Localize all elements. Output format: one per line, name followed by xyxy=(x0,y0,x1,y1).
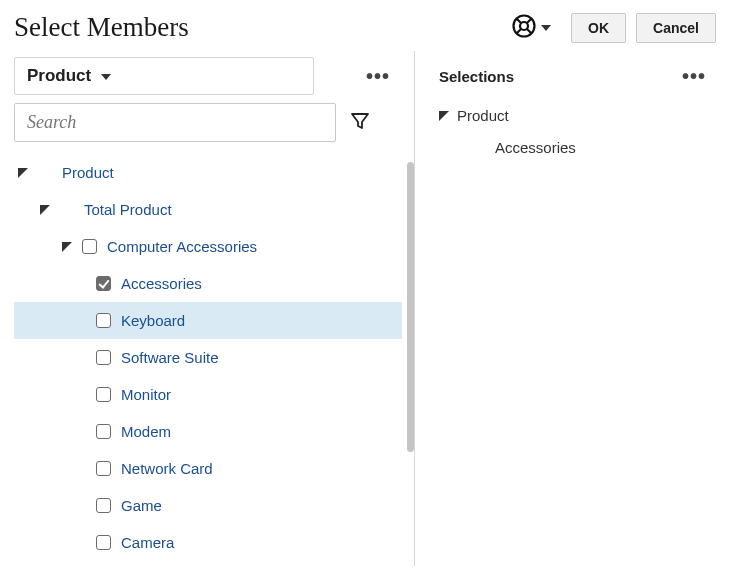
selection-root[interactable]: Product xyxy=(439,102,706,129)
tree-node-label: Modem xyxy=(121,423,171,440)
tree-node-label: Software Suite xyxy=(121,349,219,366)
tree-leaf[interactable]: Camera xyxy=(14,524,402,561)
checkbox[interactable] xyxy=(82,239,97,254)
expand-icon[interactable] xyxy=(40,205,50,215)
tree-node-label: Network Card xyxy=(121,460,213,477)
checkbox[interactable] xyxy=(96,313,111,328)
tree-node-product[interactable]: Product xyxy=(14,154,402,191)
svg-line-2 xyxy=(517,18,522,23)
help-menu[interactable] xyxy=(511,13,551,43)
page-title: Select Members xyxy=(14,12,499,43)
search-input[interactable] xyxy=(14,103,336,142)
tree-leaf[interactable]: Network Card xyxy=(14,450,402,487)
svg-line-3 xyxy=(527,18,532,23)
tree-node-label: Computer Accessories xyxy=(107,238,257,255)
checkbox[interactable] xyxy=(96,424,111,439)
chevron-down-icon xyxy=(101,74,111,80)
tree-node-label: Keyboard xyxy=(121,312,185,329)
member-tree: Product Total Product Computer Accessori… xyxy=(14,154,414,566)
left-more-icon[interactable]: ••• xyxy=(366,65,390,88)
tree-leaf[interactable]: Modem xyxy=(14,413,402,450)
tree-node-label: Product xyxy=(62,164,114,181)
filter-icon[interactable] xyxy=(350,111,370,135)
tree-node-total-product[interactable]: Total Product xyxy=(14,191,402,228)
help-icon xyxy=(511,13,537,43)
right-more-icon[interactable]: ••• xyxy=(682,65,706,88)
checkbox[interactable] xyxy=(96,276,111,291)
selection-item[interactable]: Accessories xyxy=(439,129,706,156)
selections-panel: Selections ••• Product Accessories xyxy=(415,51,734,566)
members-panel: Product ••• Product xyxy=(14,51,414,566)
tree-node-label: Game xyxy=(121,497,162,514)
checkbox[interactable] xyxy=(96,350,111,365)
checkbox[interactable] xyxy=(96,461,111,476)
checkbox[interactable] xyxy=(96,498,111,513)
checkbox[interactable] xyxy=(96,535,111,550)
dimension-selector[interactable]: Product xyxy=(14,57,314,95)
svg-line-5 xyxy=(527,29,532,34)
tree-leaf[interactable]: Software Suite xyxy=(14,339,402,376)
expand-icon[interactable] xyxy=(439,111,449,121)
dimension-label: Product xyxy=(27,66,91,86)
tree-node-label: Accessories xyxy=(121,275,202,292)
chevron-down-icon xyxy=(541,25,551,31)
tree-node-label: Total Product xyxy=(84,201,172,218)
svg-line-4 xyxy=(517,29,522,34)
selection-root-label: Product xyxy=(457,107,509,124)
expand-icon[interactable] xyxy=(18,168,28,178)
checkbox[interactable] xyxy=(96,387,111,402)
selections-title: Selections xyxy=(439,68,514,85)
tree-leaf[interactable]: Keyboard xyxy=(14,302,402,339)
scrollbar[interactable] xyxy=(407,162,414,452)
tree-leaf[interactable]: Game xyxy=(14,487,402,524)
tree-node-label: Camera xyxy=(121,534,174,551)
svg-point-1 xyxy=(520,22,528,30)
ok-button[interactable]: OK xyxy=(571,13,626,43)
tree-leaf[interactable]: Accessories xyxy=(14,265,402,302)
expand-icon[interactable] xyxy=(62,242,72,252)
tree-leaf[interactable]: Monitor xyxy=(14,376,402,413)
tree-node-label: Monitor xyxy=(121,386,171,403)
tree-node-computer-accessories[interactable]: Computer Accessories xyxy=(14,228,402,265)
cancel-button[interactable]: Cancel xyxy=(636,13,716,43)
